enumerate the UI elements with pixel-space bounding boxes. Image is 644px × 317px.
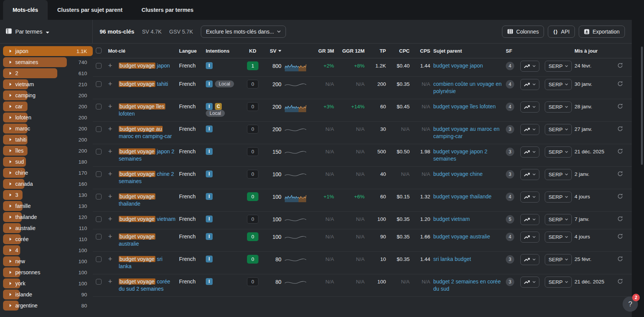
columns-button[interactable]: Colonnes [502, 26, 544, 38]
sidebar-term[interactable]: famille 130 [3, 201, 90, 211]
parent-topic-link[interactable]: budget vietnam [433, 216, 503, 223]
help-button[interactable]: ? 2 [623, 296, 638, 312]
parent-topic-link[interactable]: budget voyage chine [433, 171, 503, 178]
sidebar-term[interactable]: chine 170 [3, 168, 90, 178]
add-keyword-button[interactable]: + [108, 256, 116, 262]
sidebar-term[interactable]: islande 90 [3, 290, 90, 299]
serp-button[interactable]: SERP [545, 169, 572, 180]
serp-button[interactable]: SERP [545, 214, 572, 225]
sidebar-term[interactable]: semaines 740 [3, 57, 90, 67]
export-button[interactable]: Exportation [579, 26, 625, 38]
refresh-icon[interactable] [617, 63, 628, 69]
refresh-icon[interactable] [617, 103, 628, 110]
sidebar-term[interactable]: canada 160 [3, 179, 90, 189]
sidebar-term[interactable]: vietnam 210 [3, 79, 90, 89]
expand-caret-icon[interactable] [10, 293, 11, 296]
refresh-icon[interactable] [617, 216, 628, 223]
serp-button[interactable]: SERP [545, 101, 572, 113]
expand-caret-icon[interactable] [10, 50, 11, 53]
position-history-button[interactable] [520, 79, 539, 90]
serp-button[interactable]: SERP [545, 146, 572, 158]
expand-caret-icon[interactable] [10, 160, 11, 163]
expand-caret-icon[interactable] [10, 282, 11, 285]
row-checkbox[interactable] [96, 81, 102, 87]
keyword-link[interactable]: budget voyage japon [119, 62, 176, 69]
expand-caret-icon[interactable] [10, 149, 11, 152]
sidebar-term[interactable]: new 100 [3, 256, 90, 266]
header-tp[interactable]: TP [368, 48, 386, 54]
header-intents[interactable]: Intentions [206, 48, 242, 54]
keyword-link[interactable]: budget voyage tahiti [119, 80, 176, 88]
parent-topic-link[interactable]: combien coûte un voyage en polynésie [433, 80, 503, 95]
expand-caret-icon[interactable] [10, 271, 11, 274]
expand-caret-icon[interactable] [10, 94, 11, 97]
position-history-button[interactable] [520, 124, 539, 135]
header-kd[interactable]: KD [245, 48, 260, 54]
serp-button[interactable]: SERP [545, 254, 572, 265]
sidebar-term[interactable]: japon 1.1K [3, 46, 90, 56]
keyword-link[interactable]: budget voyage australie [119, 233, 176, 248]
expand-caret-icon[interactable] [10, 127, 11, 130]
expand-caret-icon[interactable] [10, 83, 11, 86]
expand-caret-icon[interactable] [10, 227, 11, 230]
position-history-button[interactable] [520, 169, 539, 180]
row-checkbox[interactable] [96, 279, 102, 285]
row-checkbox[interactable] [96, 171, 102, 177]
sidebar-term[interactable]: îles 200 [3, 146, 90, 156]
refresh-icon[interactable] [617, 278, 628, 285]
add-keyword-button[interactable]: + [108, 103, 116, 110]
parent-topic-link[interactable]: budget voyage au maroc en camping-car [433, 126, 503, 140]
sidebar-term[interactable]: camping 200 [3, 90, 90, 100]
expand-caret-icon[interactable] [10, 249, 11, 252]
parent-topic-link[interactable]: budget voyage thailande [433, 193, 503, 200]
expand-caret-icon[interactable] [10, 260, 11, 263]
sidebar-term[interactable]: maroc 200 [3, 124, 90, 134]
add-keyword-button[interactable]: + [108, 233, 116, 240]
tab[interactable]: Clusters par termes [132, 0, 203, 20]
expand-caret-icon[interactable] [10, 193, 11, 196]
row-checkbox[interactable] [96, 63, 102, 69]
sidebar-term[interactable]: 3 130 [3, 190, 90, 200]
row-checkbox[interactable] [96, 149, 102, 154]
row-checkbox[interactable] [96, 126, 102, 132]
expand-caret-icon[interactable] [10, 238, 11, 241]
sidebar-term[interactable]: york 100 [3, 278, 90, 288]
expand-caret-icon[interactable] [10, 138, 11, 141]
parent-topic-link[interactable]: budget voyage japon 2 semaines [433, 148, 503, 163]
sidebar-term[interactable]: 4 100 [3, 245, 90, 255]
sidebar-term[interactable]: tahiti 200 [3, 135, 90, 145]
keyword-link[interactable]: budget voyage vietnam [119, 216, 176, 223]
position-history-button[interactable] [520, 61, 539, 72]
refresh-icon[interactable] [617, 148, 628, 155]
exclude-keywords-button[interactable]: Exclure les mots-clés dans... [201, 26, 286, 38]
row-checkbox[interactable] [96, 256, 102, 262]
expand-caret-icon[interactable] [10, 105, 11, 108]
parent-topic-link[interactable]: budget voyage îles lofoten [433, 103, 503, 110]
position-history-button[interactable] [520, 146, 539, 158]
serp-button[interactable]: SERP [545, 124, 572, 135]
position-history-button[interactable] [520, 191, 539, 203]
position-history-button[interactable] [520, 254, 539, 265]
expand-caret-icon[interactable] [10, 72, 11, 75]
refresh-icon[interactable] [617, 256, 628, 263]
expand-caret-icon[interactable] [10, 204, 11, 208]
parent-topic-link[interactable]: budget 2 semaines en corée du sud [433, 278, 503, 293]
header-sv[interactable]: SV [263, 48, 281, 54]
row-checkbox[interactable] [96, 194, 102, 200]
refresh-icon[interactable] [617, 193, 628, 200]
refresh-icon[interactable] [617, 233, 628, 240]
keyword-link[interactable]: budget voyage thailande [119, 193, 176, 208]
header-keyword[interactable]: Mot-clé [108, 48, 176, 54]
row-checkbox[interactable] [96, 104, 102, 109]
add-keyword-button[interactable]: + [108, 126, 116, 132]
header-parent[interactable]: Sujet parent [433, 48, 503, 54]
header-language[interactable]: Langue [179, 48, 203, 54]
add-keyword-button[interactable]: + [108, 80, 116, 87]
header-cps[interactable]: CPS [413, 48, 430, 54]
header-ggr12m[interactable]: GGR 12M [337, 48, 365, 54]
keyword-link[interactable]: budget voyage chine 2 semaines [119, 171, 176, 185]
sidebar-term[interactable]: car 200 [3, 101, 90, 111]
header-cpc[interactable]: CPC [389, 48, 410, 54]
position-history-button[interactable] [520, 277, 539, 288]
add-keyword-button[interactable]: + [108, 278, 116, 285]
